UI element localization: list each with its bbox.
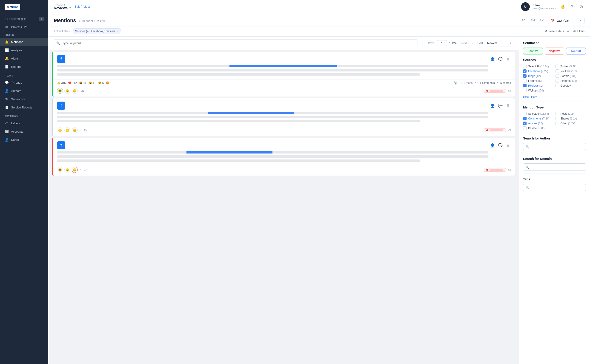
filter-panel: Sentiment Positive Negative Neutral Sour… xyxy=(519,37,590,364)
select-all-checkbox[interactable] xyxy=(523,65,526,68)
power-icon[interactable]: ⏻ xyxy=(578,3,584,10)
last-page-button[interactable]: » xyxy=(470,41,475,46)
mention-type-private: Private (5.4k) xyxy=(523,126,554,130)
period-ly-button[interactable]: LY xyxy=(539,18,545,23)
sidebar-item-accounts[interactable]: 🏢 Accounts xyxy=(0,127,48,136)
private-checkbox[interactable] xyxy=(523,126,526,130)
tags-wrap: 🔍 xyxy=(523,184,586,191)
accounts-icon: 🏢 xyxy=(5,129,9,134)
period-7d-button[interactable]: 7D xyxy=(521,18,527,23)
sort-select[interactable]: Newest Oldest Most Relevant xyxy=(485,40,513,46)
content: Mentions 1-10 out of 132 420 7D 1M LY 📅 … xyxy=(48,13,590,364)
search-domain-input[interactable] xyxy=(523,163,586,171)
comments-checkbox[interactable]: ✓ xyxy=(523,117,526,120)
delete-icon[interactable]: 🗑 xyxy=(505,103,511,109)
hide-filters-button[interactable]: ⇌ Hide Filters xyxy=(567,30,584,33)
neutral-sentiment-icon[interactable]: 😐 xyxy=(64,88,70,94)
sentiment-tag-dot xyxy=(486,169,488,171)
shares-checkbox[interactable] xyxy=(556,117,559,120)
sidebar-item-mentions[interactable]: 🔔 Mentions xyxy=(0,38,48,46)
hide-filters-link[interactable]: Hide Filters xyxy=(523,95,537,99)
date-range-select[interactable]: 📅 Last Year ▾ xyxy=(548,17,584,24)
filter-tag-close-icon[interactable]: ✕ xyxy=(116,29,119,33)
facebook-checkbox[interactable]: ✓ xyxy=(523,69,526,73)
first-page-button[interactable]: « xyxy=(420,41,425,46)
reset-filters-button[interactable]: ↺ Reset Filters xyxy=(545,30,564,33)
googleplus-checkbox[interactable] xyxy=(556,84,559,87)
sidebar-item-users[interactable]: 👤 Users xyxy=(0,136,48,144)
sidebar-item-supervisor[interactable]: 👁 Supervisor xyxy=(0,95,48,103)
assign-icon[interactable]: 👤 xyxy=(490,103,495,109)
avatar: U xyxy=(521,2,530,11)
negative-sentiment-icon[interactable]: 😞 xyxy=(72,88,78,94)
sidebar-item-analysis[interactable]: 📊 Analysis xyxy=(0,46,48,54)
delete-icon[interactable]: 🗑 xyxy=(505,143,511,148)
sidebar-item-projects-list[interactable]: ⊞ Projects List xyxy=(0,23,48,31)
tag-label-icon[interactable]: 🏷 xyxy=(508,129,511,132)
tag-label-icon[interactable]: 🏷 xyxy=(508,168,511,172)
positive-sentiment-icon[interactable]: 😊 xyxy=(57,127,63,133)
positive-sentiment-icon[interactable]: 😊 xyxy=(57,167,63,173)
youtube-checkbox[interactable] xyxy=(556,69,559,73)
sidebar-item-service-reports[interactable]: 📋 Service Reports xyxy=(0,103,48,111)
positive-sentiment-icon[interactable]: 😊 xyxy=(57,88,63,94)
other-checkbox[interactable] xyxy=(556,122,559,125)
reviews-checkbox[interactable]: ✓ xyxy=(523,84,526,87)
sidebar-item-threads[interactable]: 💬 Threads xyxy=(0,78,48,87)
page-number-input[interactable] xyxy=(437,40,447,46)
sidebar-item-reports[interactable]: 📄 Reports xyxy=(0,63,48,71)
assign-icon[interactable]: 👤 xyxy=(490,143,495,148)
sidebar-item-labels[interactable]: 🏷 Labels xyxy=(0,119,48,127)
source-item-wykop: Wykop (204) xyxy=(523,89,554,92)
neutral-sentiment-icon[interactable]: 😐 xyxy=(64,127,70,133)
mention-card-body xyxy=(53,112,515,126)
mention-type-articles: ✓ Articles (12) xyxy=(523,122,554,125)
project-selector[interactable]: Reviews ▾ xyxy=(54,6,71,10)
portals-checkbox[interactable] xyxy=(556,74,559,78)
blogs-checkbox[interactable]: ✓ xyxy=(523,74,526,78)
sidebar-item-authors[interactable]: 👤 Authors xyxy=(0,87,48,95)
mentions-header-right: 7D 1M LY 📅 Last Year ▾ xyxy=(521,17,584,24)
comment-icon[interactable]: 💬 xyxy=(498,143,503,148)
feed-area: 🔍 « Prev / 1245 Next » xyxy=(48,37,590,364)
assign-icon[interactable]: 👤 xyxy=(490,56,495,62)
delete-icon[interactable]: 🗑 xyxy=(505,56,511,62)
mention-card-header: f 👤 💬 🗑 xyxy=(53,138,515,151)
wykop-checkbox[interactable] xyxy=(523,89,526,92)
sentiment-tag-bar xyxy=(490,129,503,131)
tags-input[interactable] xyxy=(523,184,586,191)
pinterest-checkbox[interactable] xyxy=(556,79,559,83)
source-item-googleplus: Google+ xyxy=(556,84,586,87)
divider xyxy=(523,153,586,153)
notifications-icon[interactable]: 🔔 xyxy=(560,3,566,10)
period-1m-button[interactable]: 1M xyxy=(530,18,536,23)
next-page-button[interactable]: Next xyxy=(460,41,469,46)
articles-checkbox[interactable]: ✓ xyxy=(523,122,526,125)
tag-label-icon[interactable]: 🏷 xyxy=(508,89,511,93)
help-icon[interactable]: ? xyxy=(569,3,575,10)
mention-type-all-checkbox[interactable] xyxy=(523,112,526,115)
search-domain-title: Search for Domain xyxy=(523,157,586,161)
comment-icon[interactable]: 💬 xyxy=(498,103,503,109)
negative-sentiment-button[interactable]: Negative xyxy=(545,48,564,54)
sentiment-tag-dot xyxy=(486,129,488,131)
edit-project-link[interactable]: Edit Project xyxy=(74,5,90,8)
forums-checkbox[interactable] xyxy=(523,79,526,83)
positive-sentiment-button[interactable]: Positive xyxy=(523,48,543,54)
comment-icon[interactable]: 💬 xyxy=(498,56,503,62)
prev-page-button[interactable]: Prev xyxy=(427,41,435,46)
shares-stat: 5 shares xyxy=(500,81,511,84)
search-input[interactable] xyxy=(54,39,418,47)
search-author-input[interactable] xyxy=(523,143,586,150)
negative-sentiment-icon[interactable]: 😞 xyxy=(72,167,78,173)
source-item-select-all: Select All (15.6k) xyxy=(523,65,554,68)
negative-sentiment-icon[interactable]: 😞 xyxy=(72,127,78,133)
neutral-sentiment-icon[interactable]: 😐 xyxy=(64,167,70,173)
search-input-wrap: 🔍 xyxy=(54,39,418,47)
sidebar-item-alerts[interactable]: 🔔 Alerts xyxy=(0,54,48,63)
posts-checkbox[interactable] xyxy=(556,112,559,115)
twitter-checkbox[interactable] xyxy=(556,65,559,68)
add-project-button[interactable]: + xyxy=(39,17,44,21)
supervisor-icon: 👁 xyxy=(5,97,9,101)
neutral-sentiment-button[interactable]: Neutral xyxy=(566,48,586,54)
